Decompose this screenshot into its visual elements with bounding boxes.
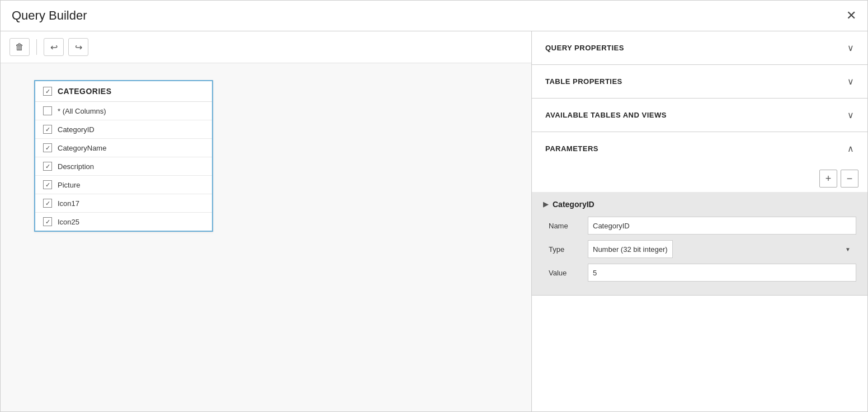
available-tables-title: AVAILABLE TABLES AND VIEWS [545, 111, 667, 119]
icon25-checkbox[interactable] [43, 217, 52, 226]
parameters-title: PARAMETERS [545, 144, 598, 153]
plus-icon: + [825, 173, 832, 185]
table-widget-header: CATEGORIES [35, 81, 212, 102]
canvas-area: CATEGORIES * (All Columns) CategoryID [1, 63, 531, 411]
redo-button[interactable]: ↪ [68, 38, 88, 56]
param-value-input[interactable] [588, 264, 856, 282]
add-parameter-button[interactable]: + [819, 170, 837, 188]
parameters-header[interactable]: PARAMETERS ∧ [532, 132, 867, 165]
dialog-title: Query Builder [12, 8, 87, 23]
table-properties-header[interactable]: TABLE PROPERTIES ∨ [532, 65, 867, 98]
query-properties-chevron: ∨ [847, 43, 854, 53]
table-row: Description [35, 157, 212, 176]
table-row: CategoryID [35, 120, 212, 139]
undo-icon: ↩ [50, 42, 58, 53]
parameter-item: ▶ CategoryID Name Type Number (32 bit in… [532, 192, 867, 295]
toolbar-separator [36, 39, 37, 55]
parameter-name: CategoryID [553, 200, 595, 209]
right-panel: QUERY PROPERTIES ∨ TABLE PROPERTIES ∨ AV… [532, 31, 867, 411]
param-collapse-arrow[interactable]: ▶ [543, 200, 548, 208]
delete-button[interactable]: 🗑 [10, 38, 30, 56]
trash-icon: 🗑 [15, 42, 24, 52]
param-value-label: Value [549, 269, 588, 277]
minus-icon: − [847, 173, 853, 185]
table-properties-chevron: ∨ [847, 76, 854, 87]
categoryid-checkbox[interactable] [43, 125, 52, 134]
icon17-checkbox[interactable] [43, 199, 52, 208]
param-type-select[interactable]: Number (32 bit integer) Number (64 bit i… [588, 240, 673, 258]
table-properties-section: TABLE PROPERTIES ∨ [532, 65, 867, 99]
column-label: Icon17 [58, 199, 79, 208]
table-widget-categories: CATEGORIES * (All Columns) CategoryID [34, 80, 213, 232]
categoryname-checkbox[interactable] [43, 143, 52, 152]
dialog-header: Query Builder ✕ [1, 1, 867, 31]
table-row: Icon17 [35, 194, 212, 213]
param-type-select-wrapper: Number (32 bit integer) Number (64 bit i… [588, 240, 856, 258]
param-name-input[interactable] [588, 217, 856, 235]
table-row: Icon25 [35, 213, 212, 231]
undo-button[interactable]: ↩ [44, 38, 64, 56]
available-tables-section: AVAILABLE TABLES AND VIEWS ∨ [532, 99, 867, 132]
available-tables-chevron: ∨ [847, 110, 854, 120]
available-tables-header[interactable]: AVAILABLE TABLES AND VIEWS ∨ [532, 99, 867, 132]
column-label: CategoryName [58, 144, 106, 152]
all-columns-checkbox[interactable] [43, 106, 52, 115]
parameters-section: PARAMETERS ∧ + − ▶ CategoryID [532, 132, 867, 296]
param-type-label: Type [549, 245, 588, 254]
param-name-row: Name [543, 217, 856, 235]
column-label: Icon25 [58, 218, 79, 226]
query-builder-dialog: Query Builder ✕ 🗑 ↩ ↪ [0, 0, 868, 412]
remove-parameter-button[interactable]: − [841, 170, 858, 188]
column-label: Picture [58, 181, 80, 189]
table-properties-title: TABLE PROPERTIES [545, 77, 622, 86]
param-name-label: Name [549, 222, 588, 230]
left-panel: 🗑 ↩ ↪ CATEGORIES [1, 31, 532, 411]
column-label: * (All Columns) [58, 107, 106, 115]
toolbar: 🗑 ↩ ↪ [1, 31, 531, 63]
redo-icon: ↪ [75, 42, 82, 53]
parameters-chevron: ∧ [847, 143, 854, 154]
close-button[interactable]: ✕ [846, 10, 856, 22]
column-label: CategoryID [58, 125, 95, 134]
picture-checkbox[interactable] [43, 180, 52, 189]
table-row: * (All Columns) [35, 102, 212, 120]
param-value-row: Value [543, 264, 856, 282]
query-properties-title: QUERY PROPERTIES [545, 44, 624, 52]
param-type-row: Type Number (32 bit integer) Number (64 … [543, 240, 856, 258]
query-properties-header[interactable]: QUERY PROPERTIES ∨ [532, 31, 867, 64]
table-row: CategoryName [35, 139, 212, 157]
query-properties-section: QUERY PROPERTIES ∨ [532, 31, 867, 65]
description-checkbox[interactable] [43, 162, 52, 171]
column-label: Description [58, 162, 94, 171]
parameter-item-header: ▶ CategoryID [543, 200, 856, 209]
dialog-body: 🗑 ↩ ↪ CATEGORIES [1, 31, 867, 411]
table-widget-title: CATEGORIES [58, 87, 112, 96]
table-row: Picture [35, 176, 212, 194]
categories-header-checkbox[interactable] [43, 87, 52, 96]
parameters-toolbar: + − [532, 165, 867, 192]
